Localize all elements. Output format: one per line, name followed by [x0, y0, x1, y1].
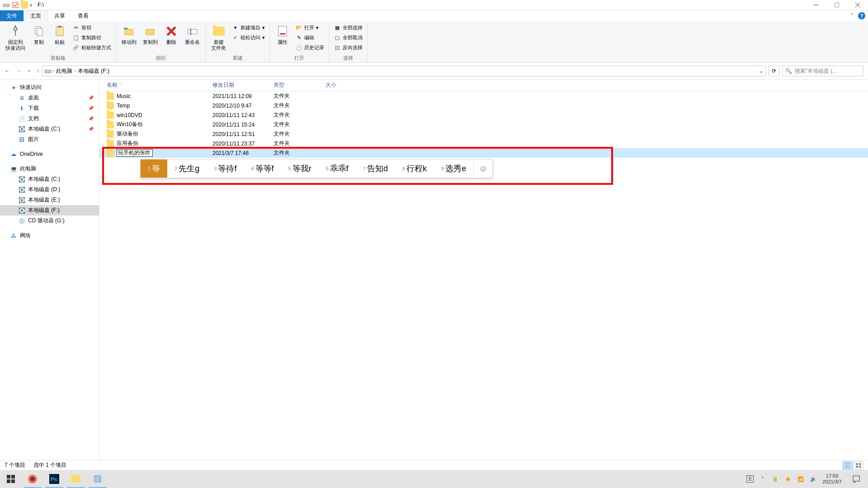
paste-shortcut-button[interactable]: 🔗粘贴快捷方式: [71, 43, 113, 52]
ime-candidate-5[interactable]: 5等我r: [281, 160, 319, 178]
file-row[interactable]: 驱动备份2020/11/11 12:51文件夹: [99, 129, 868, 139]
delete-button[interactable]: 删除: [161, 22, 181, 47]
taskbar-explorer[interactable]: [65, 470, 87, 488]
minimize-button[interactable]: [806, 0, 826, 10]
svg-rect-11: [146, 29, 154, 35]
nav-cd-drive[interactable]: 💿CD 驱动器 (G:): [0, 216, 99, 226]
selectall-button[interactable]: ▦全部选择: [332, 23, 364, 32]
properties-button[interactable]: 属性: [273, 22, 292, 47]
help-icon[interactable]: ?: [858, 12, 865, 19]
nav-desktop[interactable]: 🖥桌面📌: [0, 93, 99, 103]
back-button[interactable]: ←: [5, 68, 10, 74]
qat-dropdown-icon[interactable]: ▾: [30, 3, 32, 8]
nav-onedrive[interactable]: ☁OneDrive: [0, 149, 99, 159]
search-input[interactable]: 🔍 搜索"本地磁盘 (...: [782, 66, 863, 76]
drive-icon: 💽: [18, 207, 25, 214]
close-button[interactable]: [847, 0, 868, 10]
ime-candidate-6[interactable]: 6乖乖f: [319, 160, 356, 178]
tab-home[interactable]: 主页: [24, 10, 48, 21]
ribbon-collapse-icon[interactable]: ˄: [851, 13, 854, 19]
invertselect-button[interactable]: ◫反向选择: [332, 43, 364, 52]
ime-indicator[interactable]: 五: [746, 475, 754, 483]
nav-downloads[interactable]: ⬇下载📌: [0, 103, 99, 113]
main: ★快速访问 🖥桌面📌 ⬇下载📌 📄文档📌 💽本地磁盘 (C:)📌 🖼图片 ☁On…: [0, 79, 868, 460]
ime-candidate-3[interactable]: 3等待f: [207, 160, 244, 178]
up-button[interactable]: ↑: [37, 68, 39, 74]
copy-button[interactable]: 复制: [29, 22, 49, 47]
taskbar-app[interactable]: [87, 470, 108, 488]
moveto-button[interactable]: 移动到: [119, 22, 139, 47]
history-button[interactable]: 🕑历史记录: [293, 43, 326, 52]
ime-emoji-button[interactable]: ☺: [473, 160, 492, 178]
edit-button[interactable]: ✎编辑: [293, 33, 326, 42]
ime-candidate-4[interactable]: 4等等f: [244, 160, 281, 178]
ime-candidate-1[interactable]: 1等: [141, 160, 167, 178]
open-button[interactable]: 📂打开 ▾: [293, 23, 326, 32]
crumb-thispc[interactable]: 此电脑: [55, 67, 73, 75]
taskbar-photoshop[interactable]: Ps: [43, 470, 65, 488]
battery-icon[interactable]: 🔋: [772, 475, 779, 483]
selectnone-button[interactable]: ▢全部取消: [332, 33, 364, 42]
col-name-header[interactable]: 名称: [107, 81, 118, 89]
rename-input[interactable]: [117, 149, 153, 157]
details-view-button[interactable]: [843, 461, 853, 469]
col-size-header[interactable]: 大小: [326, 81, 362, 89]
ime-candidate-8[interactable]: 8行程k: [395, 160, 434, 178]
address-dropdown-icon[interactable]: ⌄: [759, 68, 764, 74]
easyaccess-button[interactable]: ✓轻松访问 ▾: [230, 33, 267, 42]
ime-candidate-7[interactable]: 7告知d: [356, 160, 395, 178]
wifi-icon[interactable]: 📶: [797, 475, 804, 483]
file-row[interactable]: win10DVD2020/11/11 12:43文件夹: [99, 110, 868, 120]
icons-view-button[interactable]: [854, 461, 863, 469]
nav-network[interactable]: 🖧网络: [0, 230, 99, 241]
newfolder-button[interactable]: 新建 文件夹: [208, 22, 229, 53]
security-icon[interactable]: ⬣: [784, 475, 792, 483]
breadcrumb[interactable]: › 此电脑 › 本地磁盘 (F:) ⌄: [42, 66, 766, 76]
taskbar-firefox[interactable]: [22, 470, 43, 488]
nav-drive-c-quick[interactable]: 💽本地磁盘 (C:)📌: [0, 124, 99, 134]
file-row[interactable]: Win10备份2020/11/11 15:24文件夹: [99, 120, 868, 129]
copyto-button[interactable]: 复制到: [140, 22, 160, 47]
pin-quick-access-button[interactable]: 固定到 快速访问: [3, 22, 28, 53]
ribbon-group-clipboard: 固定到 快速访问 复制 粘贴 ✂剪切 📋复制路径 🔗粘贴快捷方式 剪贴板: [0, 21, 116, 62]
tab-share[interactable]: 共享: [48, 10, 71, 21]
nav-thispc[interactable]: 💻此电脑: [0, 164, 99, 174]
file-row[interactable]: Music2021/1/11 12:09文件夹: [99, 91, 868, 101]
cut-button[interactable]: ✂剪切: [71, 23, 113, 32]
notifications-button[interactable]: [847, 470, 865, 488]
volume-icon[interactable]: 🔊: [810, 475, 817, 483]
nav-drive-e[interactable]: 💽本地磁盘 (E:): [0, 195, 99, 205]
tab-view[interactable]: 查看: [71, 10, 95, 21]
tab-file[interactable]: 文件: [0, 10, 24, 21]
col-type-header[interactable]: 类型: [274, 81, 326, 89]
properties-qat-icon[interactable]: [12, 1, 19, 9]
chevron-right-icon[interactable]: ›: [52, 68, 55, 74]
crumb-drive[interactable]: 本地磁盘 (F:): [77, 67, 110, 75]
nav-drive-c[interactable]: 💽本地磁盘 (C:): [0, 174, 99, 184]
nav-pictures[interactable]: 🖼图片: [0, 134, 99, 145]
nav-documents[interactable]: 📄文档📌: [0, 113, 99, 124]
chevron-right-icon[interactable]: ›: [73, 68, 77, 74]
rename-button[interactable]: 重命名: [182, 22, 203, 47]
clock[interactable]: 17:50 2021/3/7: [822, 473, 842, 485]
copy-path-button[interactable]: 📋复制路径: [71, 33, 113, 42]
ime-candidate-9[interactable]: 9选秀e: [434, 160, 473, 178]
recent-dropdown[interactable]: ▾: [28, 69, 30, 73]
column-headers[interactable]: 名称˄ 修改日期 类型 大小: [99, 80, 868, 91]
newitem-button[interactable]: ✦新建项目 ▾: [230, 23, 267, 32]
refresh-button[interactable]: ⟳: [769, 66, 779, 76]
nav-quick-access[interactable]: ★快速访问: [0, 82, 99, 93]
start-button[interactable]: [0, 470, 22, 488]
forward-button[interactable]: →: [16, 68, 22, 74]
ime-candidate-2[interactable]: 2先生g: [167, 160, 207, 178]
file-row[interactable]: Temp2020/12/10 9:47文件夹: [99, 101, 868, 110]
folder-qat-icon[interactable]: [21, 1, 28, 9]
paste-button[interactable]: 粘贴: [50, 22, 70, 47]
nav-drive-d[interactable]: 💽本地磁盘 (D:): [0, 184, 99, 195]
file-row[interactable]: 应用备份2020/11/11 23:37文件夹: [99, 139, 868, 148]
maximize-button[interactable]: [826, 0, 847, 10]
col-date-header[interactable]: 修改日期: [212, 81, 274, 89]
tray-overflow-icon[interactable]: ˄: [759, 475, 766, 483]
file-row-renaming[interactable]: 2021/3/7 17:46 文件夹: [99, 148, 868, 158]
nav-drive-f[interactable]: 💽本地磁盘 (F:): [0, 205, 99, 216]
